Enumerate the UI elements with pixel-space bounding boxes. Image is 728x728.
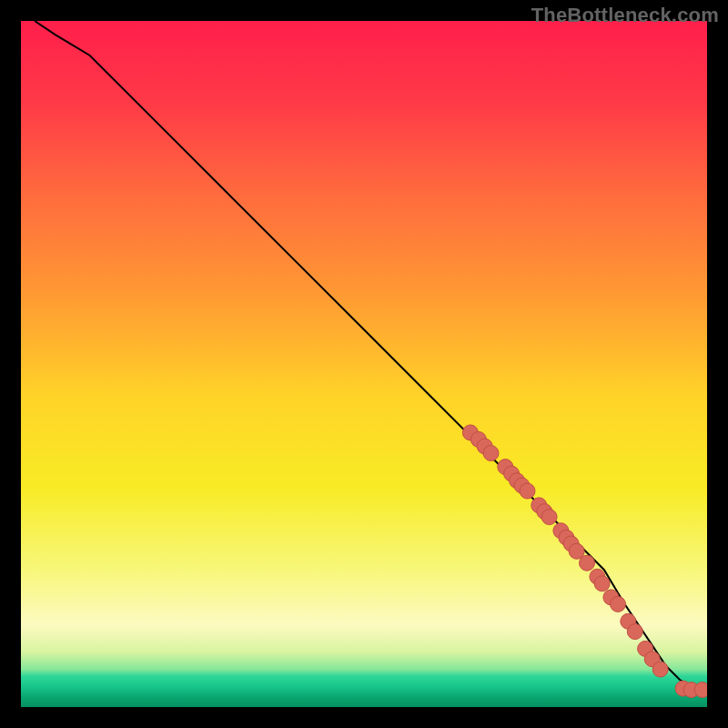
data-marker	[541, 510, 557, 525]
data-marker	[520, 483, 535, 499]
chart-stage: TheBottleneck.com	[0, 0, 728, 728]
data-marker	[627, 624, 642, 640]
plot-svg	[21, 21, 707, 707]
data-marker	[652, 662, 668, 677]
plot-frame	[21, 21, 707, 707]
plot-background	[21, 21, 707, 707]
data-marker	[580, 555, 595, 571]
data-marker	[483, 446, 499, 461]
data-marker	[594, 576, 610, 592]
data-marker	[694, 682, 707, 698]
watermark-text: TheBottleneck.com	[531, 4, 719, 27]
data-marker	[611, 596, 626, 612]
